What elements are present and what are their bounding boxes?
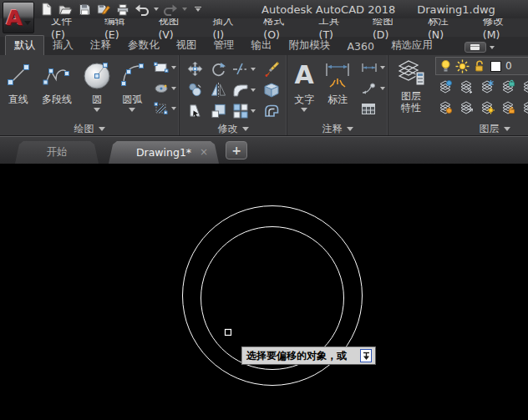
new-file-button[interactable] [38,2,53,17]
layer-tools-row-1 [435,77,528,96]
text-flyout-caret[interactable] [301,108,307,112]
array-button[interactable] [232,103,256,119]
ribbon-state-caret-icon[interactable] [490,46,495,49]
undo-dropdown-caret[interactable] [154,8,159,11]
modify-panel-footer[interactable]: 修改 [180,122,287,135]
ribbon-tab-addins[interactable]: 附加模块 [281,36,339,55]
plot-button[interactable] [115,2,130,17]
layer-color-swatch[interactable] [490,61,501,72]
circle-label: 圆 [92,94,102,105]
file-tab-drawing1[interactable]: Drawing1* × [109,141,219,164]
new-drawing-tab-button[interactable]: + [226,141,247,159]
quick-access-toolbar [38,2,201,17]
layer-change-icon[interactable] [522,79,528,94]
printer-icon [116,3,129,16]
fillet-button[interactable] [232,82,256,98]
copy-button[interactable] [187,82,203,98]
minimize-ribbon-button[interactable] [465,42,486,53]
circle-flyout-caret[interactable] [94,108,100,112]
layer-on-bulb-icon [440,59,451,73]
polyline-button[interactable]: 多段线 [33,57,79,122]
window-title: Autodesk AutoCAD 2018 Drawing1.dwg [261,0,495,18]
circle-icon [81,59,113,91]
ribbon-tab-insert[interactable]: 插入 [44,36,82,55]
layers-panel-footer[interactable]: 图层 [419,122,528,135]
application-menu-button[interactable]: A [3,2,34,33]
layer-controls: 0 [435,57,528,122]
text-button[interactable]: A 文字 [291,57,317,122]
layer-freeze-sun-icon [455,59,470,73]
ribbon-tab-manage[interactable]: 管理 [206,36,243,55]
layer-freeze-icon[interactable] [480,79,495,94]
save-as-icon [97,3,110,16]
dimension-button[interactable]: 标注 [321,57,354,122]
modify-grid [182,57,284,121]
drawing-tab-label: Drawing1* [136,146,191,159]
dimension-label: 标注 [327,94,348,105]
open-file-button[interactable] [58,2,73,17]
explode-button[interactable] [263,82,280,99]
draw-panel-footer[interactable]: 绘图 [0,122,179,135]
save-button[interactable] [77,2,92,17]
circle-button[interactable]: 圆 [79,57,114,122]
annotation-panel-label: 注释 [322,122,343,136]
customize-qat-button[interactable] [195,7,201,12]
annotate-side-column [361,57,385,122]
layer-delete-icon[interactable] [522,100,528,114]
layer-off-icon[interactable] [439,100,453,114]
close-tab-icon[interactable]: × [200,147,208,157]
annotation-panel-footer[interactable]: 注释 [287,122,388,135]
layer-tools-row-2 [435,98,528,117]
layer-make-current-icon[interactable] [459,100,474,114]
match-properties-button[interactable] [263,61,280,78]
scale-button[interactable] [211,103,226,119]
layer-thaw-icon[interactable] [480,100,495,114]
save-as-button[interactable] [96,2,111,17]
ribbon-tab-annotate[interactable]: 注释 [82,36,119,55]
rectangle-button[interactable] [154,59,176,76]
table-button[interactable] [361,100,385,117]
redo-button[interactable] [163,2,178,17]
arc-flyout-caret[interactable] [129,108,135,112]
mirror-button[interactable] [211,82,226,98]
file-tab-start[interactable]: 开始 [15,141,99,164]
undo-button[interactable] [135,2,150,17]
ellipse-button[interactable] [154,80,176,97]
ribbon-tab-view[interactable]: 视图 [168,36,206,55]
layer-dropdown[interactable]: 0 [435,57,528,75]
draw-side-column [154,57,176,122]
redo-arrow-icon [163,3,178,16]
drawing-canvas[interactable]: 选择要偏移的对象，或 [0,164,528,420]
offset-button[interactable] [263,103,280,119]
trim-button[interactable] [232,61,256,77]
layer-properties-button[interactable]: 图层 特性 [392,57,430,122]
hatch-button[interactable] [154,100,176,117]
move-button[interactable] [187,61,203,77]
stretch-button[interactable] [187,103,203,119]
draw-panel: 直线 多段线 圆 [0,55,180,135]
layer-lock-icon[interactable] [501,79,515,94]
stretch-icon [187,103,203,119]
ribbon-tab-output[interactable]: 输出 [243,36,281,55]
redo-dropdown-caret[interactable] [182,8,187,11]
leader-icon [361,83,378,94]
text-A-icon: A [295,57,314,94]
ribbon-tab-parametric[interactable]: 参数化 [119,36,168,55]
arc-button[interactable]: 圆弧 [114,57,150,122]
ribbon-tab-home[interactable]: 默认 [5,35,44,55]
ribbon-tab-a360[interactable]: A360 [339,38,383,55]
offset-icon [263,103,280,119]
linear-dimension-button[interactable] [361,59,385,76]
layer-unisolate-icon[interactable] [459,79,474,94]
document-title: Drawing1.dwg [417,3,495,16]
leader-button[interactable] [361,80,385,97]
layer-unlock-icon [474,60,486,73]
line-button[interactable]: 直线 [3,57,33,122]
ribbon-tab-featured-apps[interactable]: 精选应用 [383,36,441,55]
layer-unlock-tool-icon[interactable] [501,100,515,114]
save-icon [79,3,91,16]
rotate-button[interactable] [211,61,226,77]
modify-panel: 修改 [180,55,287,135]
layer-isolate-icon[interactable] [439,79,453,94]
leader-caret [380,87,385,90]
